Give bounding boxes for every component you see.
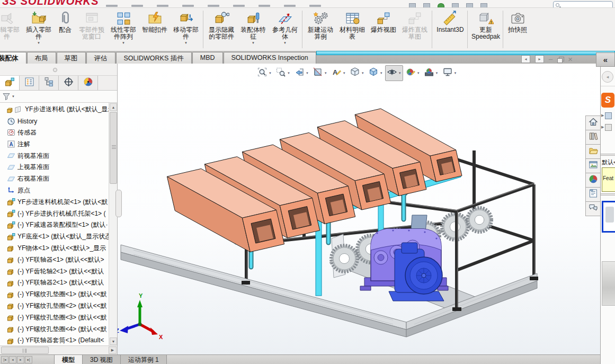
tree-item[interactable]: (-) YF联轴器<1> (默认<<默认> <box>0 254 109 265</box>
tree-item[interactable]: (-) YF联轴器2<1> (默认<<默认 <box>0 277 109 289</box>
document-tab[interactable]: 模型 <box>54 355 83 364</box>
dropdown-arrow-icon[interactable]: ▼ <box>269 72 272 75</box>
view-settings[interactable]: ▼ <box>441 65 459 81</box>
dimxpert-manager[interactable] <box>59 76 78 90</box>
tree-item[interactable]: YF步进送料机机架<1> (默认<默 <box>0 196 109 208</box>
view-palette[interactable] <box>585 158 600 173</box>
filter-dropdown-icon[interactable]: ▼ <box>12 95 15 98</box>
ribbon-button[interactable]: ▼ <box>503 11 504 48</box>
command-tab[interactable]: MBD <box>192 52 223 64</box>
scrollbar-thumb[interactable] <box>1 347 49 354</box>
study-nav-icon[interactable]: ◂ <box>9 356 16 363</box>
tree-item[interactable]: 传感器 <box>0 127 109 139</box>
dropdown-arrow-icon[interactable]: ▼ <box>398 72 402 75</box>
preview-thumbnail-selected[interactable] <box>602 201 615 233</box>
scroll-down-icon[interactable]: ▼ <box>110 338 117 345</box>
tree-item[interactable]: YF步进送料机 (默认<默认_显示状 <box>0 104 109 116</box>
dynamic-annotation-views[interactable]: A ▼ <box>329 65 347 81</box>
ribbon-button[interactable]: 新建运动算例 ▼ <box>305 8 336 51</box>
document-tab[interactable]: 运动算例 1 <box>120 355 167 364</box>
home[interactable] <box>585 116 600 130</box>
ribbon-button[interactable]: 零部件预览窗口 ▼ <box>76 8 108 51</box>
panel-splitter-knob[interactable] <box>53 68 57 72</box>
edit-appearance[interactable]: ▼ <box>404 65 422 81</box>
hide-show-items[interactable]: ▼ <box>385 65 403 81</box>
tree-item[interactable]: 原点 <box>0 185 109 197</box>
pane-left-icon[interactable]: ◂ <box>521 55 530 63</box>
task-pane-collapse-button[interactable]: « <box>596 52 615 67</box>
ribbon-button[interactable]: 线性零部件阵列 ▼ <box>108 8 139 51</box>
tree-vertical-scrollbar[interactable]: ▲ ▼ <box>109 103 117 345</box>
tree-item[interactable]: 上视基准面 <box>0 162 109 173</box>
dropdown-arrow-icon[interactable]: ▼ <box>454 72 457 75</box>
solidworks-forum[interactable] <box>585 201 600 216</box>
tree-item[interactable]: A 注解 <box>0 138 109 150</box>
tree-item[interactable]: History <box>0 116 109 127</box>
study-nav-icon[interactable]: ▸| <box>25 356 32 363</box>
previous-view[interactable]: ▼ <box>292 65 310 81</box>
command-tab[interactable]: SOLIDWORKS 插件 <box>116 52 192 64</box>
dropdown-arrow-icon[interactable]: ▼ <box>122 41 125 45</box>
quick-access-toolbar[interactable] <box>409 3 487 7</box>
tree-horizontal-scrollbar[interactable]: ▶ <box>0 345 117 354</box>
close-icon[interactable]: × <box>568 56 573 63</box>
zoom-to-area[interactable]: ▼ <box>274 65 292 81</box>
ribbon-button[interactable]: ▼ <box>203 11 204 48</box>
dropdown-arrow-icon[interactable]: ▼ <box>283 41 287 45</box>
tree-item[interactable]: (-) YF螺纹孔垫圈<3> (默认<<默 <box>0 312 109 323</box>
pane-right-icon[interactable]: ▸ <box>535 55 544 63</box>
ribbon-button[interactable]: ▼ <box>432 11 433 48</box>
command-tab[interactable]: 装配体 <box>0 52 26 64</box>
ribbon-button[interactable]: 更新Speedpak ▼ <box>470 8 502 51</box>
property-manager[interactable] <box>20 76 39 90</box>
ribbon-button[interactable]: 智能扣件 ▼ <box>139 8 170 51</box>
restore-icon[interactable] <box>557 57 563 62</box>
display-manager[interactable] <box>78 76 98 90</box>
command-tab[interactable]: 布局 <box>27 52 56 64</box>
dropdown-arrow-icon[interactable]: ▼ <box>37 41 40 45</box>
tree-item[interactable]: (-) YF联轴器套筒<1> (Default< <box>0 335 109 345</box>
tree-item[interactable]: YF底座<1> (默认<默认_显示状态 <box>0 231 109 243</box>
tree-item[interactable]: (-) YF齿轮轴2<1> (默认<<默认 <box>0 265 109 277</box>
dropdown-arrow-icon[interactable]: ▼ <box>380 72 383 75</box>
file-explorer[interactable] <box>585 144 600 159</box>
preview-thumbnail[interactable] <box>602 261 615 306</box>
dropdown-arrow-icon[interactable]: ▼ <box>417 72 420 75</box>
tree-item[interactable]: (-) YF螺纹孔垫圈<1> (默认<<默 <box>0 289 109 300</box>
ribbon-button[interactable]: 装配体特征 ▼ <box>237 8 269 51</box>
study-nav-icon[interactable]: ▸ <box>17 356 24 363</box>
ribbon-button[interactable]: ▼ <box>467 11 469 48</box>
ribbon-button[interactable]: 显示隐藏的零部件 ▼ <box>206 8 237 51</box>
task-pane-tree-row[interactable]: ▶ <box>601 121 615 133</box>
task-pane-tree-row[interactable]: ▶ <box>601 110 615 121</box>
document-tab[interactable]: 3D 视图 <box>82 355 121 364</box>
command-tab[interactable]: 评估 <box>86 52 115 64</box>
dropdown-arrow-icon[interactable]: ▼ <box>306 72 309 75</box>
command-tab[interactable]: 草图 <box>57 52 86 64</box>
scrollbar-thumb[interactable] <box>110 112 117 184</box>
section-view[interactable]: ▼ <box>311 65 329 81</box>
ribbon-button[interactable]: 参考几何体 ▼ <box>269 8 301 51</box>
tree-item[interactable]: (-) YF螺纹孔垫圈<2> (默认<<默 <box>0 300 109 312</box>
ribbon-button[interactable]: ▼ <box>302 11 304 48</box>
custom-properties[interactable] <box>585 187 600 202</box>
ribbon-button[interactable]: 配合 ▼ <box>55 8 76 51</box>
tree-item[interactable]: 前视基准面 <box>0 150 109 162</box>
command-tab[interactable]: SOLIDWORKS Inspection <box>224 52 316 64</box>
dropdown-arrow-icon[interactable]: ▼ <box>184 41 188 45</box>
dropdown-arrow-icon[interactable]: ▼ <box>252 41 255 45</box>
tree-item[interactable]: (-) YF步进执行机械爪托架<1> ( <box>0 208 109 219</box>
tree-filter-bar[interactable]: ▼ <box>0 91 117 103</box>
tree-item[interactable]: (-) YF减速器装配模型<1> (默认· <box>0 219 109 231</box>
configuration-manager[interactable] <box>39 76 59 90</box>
ribbon-button[interactable]: 爆炸视图 ▼ <box>368 8 399 51</box>
ribbon-button[interactable]: 编辑零部件 ▼ <box>0 8 23 51</box>
ribbon-button[interactable]: 移动零部件 ▼ <box>170 8 202 51</box>
search-input[interactable] <box>553 1 613 8</box>
study-nav-icon[interactable]: |◂ <box>1 356 8 363</box>
ribbon-button[interactable]: 插入零部件 ▼ <box>23 8 55 51</box>
appearances-scenes[interactable] <box>585 173 600 188</box>
ribbon-button[interactable]: Instant3D ▼ <box>434 8 466 51</box>
ribbon-button[interactable]: 爆炸直线草图 ▼ <box>399 8 431 51</box>
ribbon-button[interactable]: 拍快照 ▼ <box>505 8 530 51</box>
